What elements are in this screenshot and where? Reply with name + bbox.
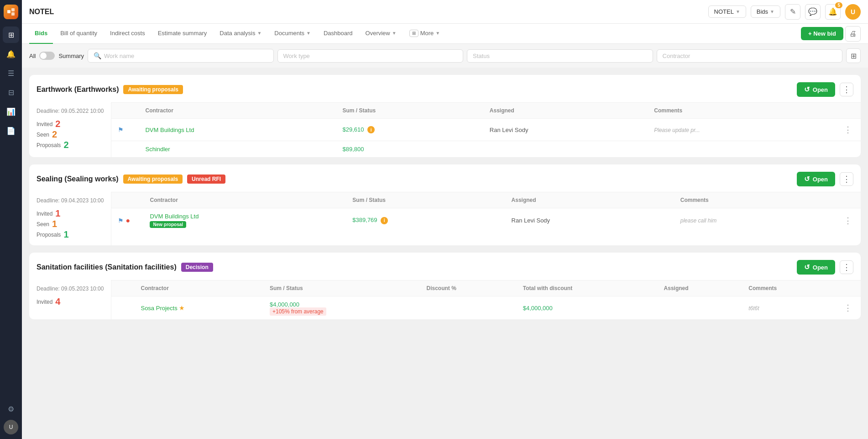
filter-all-label: All xyxy=(29,53,36,59)
columns-filter-button[interactable]: ⊞ xyxy=(846,48,861,63)
earthwork-stats: Deadline: 09.05.2022 10:00 Invited 2 See… xyxy=(29,102,111,157)
sealing-open-button[interactable]: ↺ Open xyxy=(797,172,835,186)
earthwork-more-button[interactable]: ⋮ xyxy=(840,83,853,96)
tab-estimate-summary[interactable]: Estimate summary xyxy=(152,24,213,44)
th-actions xyxy=(835,192,861,208)
sanitation-open-button[interactable]: ↺ Open xyxy=(797,260,835,275)
sealing-row1-comment: please call him xyxy=(674,208,835,233)
sidebar-grid[interactable]: ⊟ xyxy=(3,84,19,100)
topbar: NOTEL NOTEL ▼ Bids ▼ ✎ 💬 🔔 5 U xyxy=(22,0,868,24)
sealing-deadline: Deadline: 09.04.2023 10:00 xyxy=(37,197,104,208)
filter-summary-label: Summary xyxy=(58,53,84,59)
flag-icon: ⚑ xyxy=(118,217,124,224)
work-name-filter[interactable]: 🔍 Work name xyxy=(88,49,273,63)
sealing-rfi-badge: Unread RFI xyxy=(187,175,225,184)
th-contractor: Contractor xyxy=(143,192,346,208)
sidebar-list[interactable]: ☰ xyxy=(3,65,19,81)
sealing-row1-actions: ⋮ xyxy=(835,208,861,233)
bids-selector[interactable]: Bids ▼ xyxy=(751,5,780,18)
project-selector-arrow: ▼ xyxy=(736,9,740,14)
sealing-row1-amount: $389,769 i xyxy=(346,208,505,233)
info-icon[interactable]: i xyxy=(381,217,388,224)
sealing-stats: Deadline: 09.04.2023 10:00 Invited 1 See… xyxy=(29,192,111,245)
tab-bill-of-quantity[interactable]: Bill of quantity xyxy=(55,24,103,44)
sanitation-card: Sanitation facilities (Sanitation facili… xyxy=(29,253,861,319)
sidebar-settings[interactable]: ⚙ xyxy=(3,401,19,417)
app-logo[interactable] xyxy=(4,5,18,19)
edit-icon-btn[interactable]: ✎ xyxy=(785,4,800,20)
star-icon: ★ xyxy=(179,304,185,312)
contractor-link[interactable]: DVM Buildings Ltd xyxy=(150,213,199,220)
sanitation-more-button[interactable]: ⋮ xyxy=(840,260,853,274)
open-icon: ↺ xyxy=(804,85,810,94)
sidebar-docs[interactable]: 📄 xyxy=(3,122,19,139)
sidebar: ⊞ 🔔 ☰ ⊟ 📊 📄 ⚙ U xyxy=(0,0,22,439)
sidebar-chart[interactable]: 📊 xyxy=(3,103,19,120)
earthwork-open-button[interactable]: ↺ Open xyxy=(797,82,835,97)
earthwork-table-section: Contractor Sum / Status Assigned Comment… xyxy=(111,102,861,157)
sanitation-row1-total: $4,000,000 xyxy=(517,296,658,320)
earthwork-stat-seen: Seen 2 xyxy=(37,129,104,140)
sanitation-table-header: Contractor Sum / Status Discount % Total… xyxy=(111,280,861,296)
svg-rect-1 xyxy=(11,8,15,11)
contractor-link[interactable]: Sosa Projects xyxy=(141,305,177,312)
new-bid-button[interactable]: + New bid xyxy=(801,27,843,40)
contractor-link[interactable]: DVM Buildings Ltd xyxy=(145,127,194,133)
tab-data-analysis[interactable]: Data analysis ▼ xyxy=(214,24,267,44)
sanitation-row1-icons xyxy=(111,296,134,320)
summary-toggle[interactable] xyxy=(39,52,55,60)
th-comments: Comments xyxy=(674,192,835,208)
sanitation-stat-invited: Invited 4 xyxy=(37,296,104,307)
th-sum-status: Sum / Status xyxy=(346,192,505,208)
unread-dot-icon: ● xyxy=(125,217,130,225)
tab-documents-arrow: ▼ xyxy=(306,31,311,36)
message-icon-btn[interactable]: 💬 xyxy=(805,4,821,20)
sealing-card: Sealing (Sealing works) Awaiting proposa… xyxy=(29,164,861,245)
tab-bids[interactable]: Bids xyxy=(29,24,53,44)
open-icon: ↺ xyxy=(804,175,810,183)
row-menu-button[interactable]: ⋮ xyxy=(842,123,854,136)
th-contractor: Contractor xyxy=(134,280,263,296)
project-selector[interactable]: NOTEL ▼ xyxy=(708,5,746,18)
th-icons xyxy=(111,280,134,296)
sidebar-home[interactable]: ⊞ xyxy=(3,26,19,43)
row1-contractor: DVM Buildings Ltd xyxy=(139,119,336,141)
row-menu-button[interactable]: ⋮ xyxy=(842,301,854,314)
contractor-link[interactable]: Schindler xyxy=(145,146,170,153)
sanitation-content: Deadline: 09.05.2023 10:00 Invited 4 Con… xyxy=(29,280,861,319)
sanitation-row1-actions: ⋮ xyxy=(835,296,861,320)
tab-dashboard[interactable]: Dashboard xyxy=(318,24,358,44)
tab-indirect-costs[interactable]: Indirect costs xyxy=(105,24,151,44)
row2-assigned xyxy=(483,141,648,158)
sanitation-row1-assigned xyxy=(658,296,743,320)
th-actions xyxy=(835,280,861,296)
info-icon[interactable]: i xyxy=(367,126,375,133)
notification-btn[interactable]: 🔔 5 xyxy=(825,4,841,20)
tab-more[interactable]: ⊞ More ▼ xyxy=(404,24,446,44)
th-icons xyxy=(111,103,139,119)
sidebar-avatar[interactable]: U xyxy=(4,420,18,434)
th-assigned: Assigned xyxy=(483,103,648,119)
th-actions xyxy=(835,103,861,119)
navtabs: Bids Bill of quantity Indirect costs Est… xyxy=(22,24,868,44)
work-type-filter[interactable]: Work type xyxy=(277,49,463,63)
print-button[interactable]: 🖨 xyxy=(845,26,861,42)
status-filter[interactable]: Status xyxy=(467,49,653,63)
row-menu-button[interactable]: ⋮ xyxy=(842,214,854,227)
row2-amount: $89,800 xyxy=(336,141,483,158)
contractor-filter[interactable]: Contractor xyxy=(657,49,842,63)
tab-documents[interactable]: Documents ▼ xyxy=(269,24,316,44)
sidebar-bell[interactable]: 🔔 xyxy=(3,46,19,62)
sanitation-deadline: Deadline: 09.05.2023 10:00 xyxy=(37,286,104,296)
row1-icons: ⚑ xyxy=(111,119,139,141)
tab-overview[interactable]: Overview ▼ xyxy=(360,24,402,44)
user-avatar[interactable]: U xyxy=(845,4,861,20)
th-sum-status: Sum / Status xyxy=(263,280,420,296)
sanitation-row1-amount: $4,000,000 +105% from average xyxy=(263,296,420,320)
sealing-table: Contractor Sum / Status Assigned Comment… xyxy=(111,192,861,233)
sanitation-header: Sanitation facilities (Sanitation facili… xyxy=(29,253,861,280)
earthwork-stat-proposals: Proposals 2 xyxy=(37,140,104,150)
tab-data-analysis-arrow: ▼ xyxy=(257,31,261,36)
sealing-more-button[interactable]: ⋮ xyxy=(840,172,853,186)
earthwork-header: Earthwork (Earthworks) Awaiting proposal… xyxy=(29,75,861,102)
